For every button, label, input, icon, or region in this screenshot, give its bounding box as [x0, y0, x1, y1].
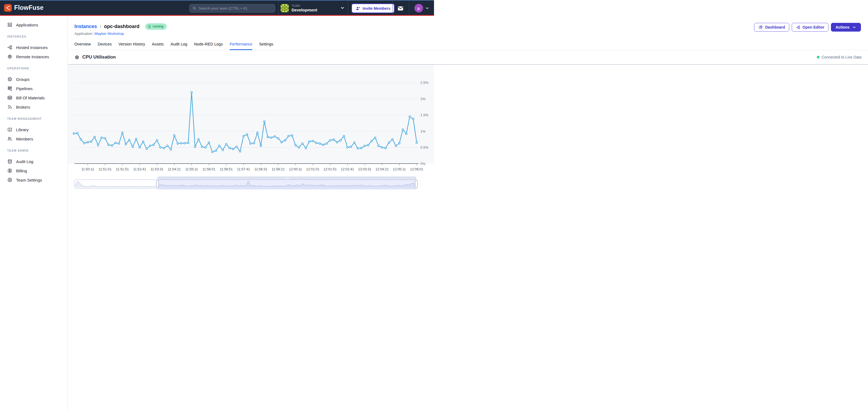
- data-point-marker: [416, 142, 417, 143]
- data-point-marker: [90, 141, 92, 142]
- data-point-marker: [412, 118, 414, 120]
- data-point-marker: [381, 147, 383, 148]
- tab-version-history[interactable]: Version History: [119, 40, 145, 50]
- chart-header: CPU Utilisation Connected to Live Data: [68, 50, 434, 65]
- data-point-marker: [392, 139, 394, 140]
- y-axis-label: 2%: [421, 97, 426, 101]
- sidebar-item-label: Applications: [16, 23, 38, 27]
- data-point-marker: [94, 136, 95, 138]
- data-point-marker: [215, 150, 217, 151]
- data-point-marker: [267, 136, 269, 138]
- sidebar-item-bill-of-materials[interactable]: Bill Of Materials: [0, 93, 68, 102]
- sidebar-item-label: Hosted Instances: [16, 45, 48, 50]
- nav-divider: [393, 1, 393, 15]
- sidebar-item-remote-instances[interactable]: Remote Instances: [0, 52, 68, 61]
- application-link[interactable]: Mayker Workshop: [95, 32, 124, 36]
- user-add-icon: [355, 6, 361, 11]
- sidebar-item-members[interactable]: Members: [0, 134, 68, 143]
- x-axis-label: 12:03:31: [358, 167, 371, 171]
- search-input[interactable]: [198, 6, 272, 10]
- data-point-marker: [187, 142, 189, 144]
- sidebar-item-applications[interactable]: Applications: [0, 20, 68, 29]
- tab-settings[interactable]: Settings: [259, 40, 273, 50]
- top-navbar: FlowFuse TEAM: Development Invite Memb: [0, 0, 434, 16]
- brush-handle-right[interactable]: [415, 180, 417, 187]
- data-point-marker: [257, 132, 258, 134]
- sidebar-item-library[interactable]: Library: [0, 125, 68, 134]
- mail-icon[interactable]: [397, 5, 404, 12]
- sidebar-item-billing[interactable]: Billing: [0, 166, 68, 175]
- tab-audit-log[interactable]: Audit Log: [170, 40, 187, 50]
- data-point-marker: [288, 135, 289, 137]
- user-menu[interactable]: jp: [414, 4, 429, 12]
- sidebar-section-instances: INSTANCES: [0, 34, 68, 39]
- data-point-marker: [374, 137, 376, 139]
- data-point-marker: [180, 142, 182, 144]
- tab-overview[interactable]: Overview: [74, 40, 91, 50]
- data-point-marker: [243, 135, 244, 137]
- team-selector[interactable]: TEAM: Development: [281, 3, 317, 13]
- sidebar-section-team-admin: TEAM ADMIN: [0, 148, 68, 153]
- data-point-marker: [222, 149, 224, 151]
- data-point-marker: [122, 132, 123, 134]
- x-axis-label: 11:51:51: [116, 167, 129, 171]
- data-point-marker: [346, 147, 348, 148]
- applications-icon: [7, 22, 12, 28]
- brush-grip-icon[interactable]: [287, 177, 287, 179]
- data-point-marker: [277, 137, 279, 139]
- play-circle-icon: [148, 25, 151, 28]
- data-point-marker: [409, 116, 410, 117]
- data-point-marker: [149, 145, 151, 147]
- y-axis-label: 2.5%: [421, 80, 429, 84]
- data-point-marker: [139, 147, 141, 148]
- sidebar-item-brokers[interactable]: Brokers: [0, 102, 68, 112]
- sidebar-item-groups[interactable]: Groups: [0, 75, 68, 84]
- x-axis-label: 11:59:21: [272, 167, 285, 171]
- data-point-marker: [236, 146, 238, 147]
- x-axis-label: 12:06:01: [410, 167, 423, 171]
- sidebar-item-pipelines[interactable]: Pipelines: [0, 84, 68, 93]
- search-icon: [192, 6, 196, 10]
- x-axis-label: 11:56:01: [203, 167, 216, 171]
- brand[interactable]: FlowFuse: [0, 4, 68, 12]
- x-axis-label: 11:51:01: [99, 167, 112, 171]
- main-content: Instances › opc-dashboard running Applic…: [68, 16, 434, 205]
- data-point-marker: [253, 142, 255, 144]
- tab-node-red-logs[interactable]: Node-RED Logs: [194, 40, 223, 50]
- data-point-marker: [405, 133, 407, 135]
- sidebar-item-label: Library: [16, 127, 29, 132]
- brush-grip-icon[interactable]: [285, 177, 286, 179]
- team-chevron-down-icon[interactable]: [340, 5, 345, 10]
- x-axis-label: 12:05:11: [393, 167, 406, 171]
- data-point-marker: [83, 142, 85, 144]
- team-search: [189, 4, 275, 12]
- application-label: Application:: [74, 32, 93, 36]
- x-axis-label: 11:58:31: [254, 167, 268, 171]
- data-point-marker: [205, 147, 206, 148]
- data-point-marker: [198, 139, 199, 140]
- data-point-marker: [194, 146, 196, 147]
- data-point-marker: [156, 139, 158, 141]
- sidebar-item-team-settings[interactable]: Team Settings: [0, 175, 68, 184]
- bill-of-materials-icon: [7, 95, 12, 100]
- tab-performance[interactable]: Performance: [230, 40, 252, 50]
- breadcrumb-instances-link[interactable]: Instances: [74, 24, 97, 29]
- data-point-marker: [104, 137, 106, 139]
- data-point-marker: [312, 140, 314, 142]
- tab-assets[interactable]: Assets: [152, 40, 164, 50]
- sidebar-item-audit-log[interactable]: Audit Log: [0, 157, 68, 166]
- data-point-marker: [284, 139, 286, 141]
- sidebar-item-hosted-instances[interactable]: Hosted Instances: [0, 43, 68, 52]
- page-header: Instances › opc-dashboard running Applic…: [68, 16, 434, 36]
- data-point-marker: [212, 151, 213, 153]
- data-point-marker: [97, 144, 99, 146]
- brush-handle-left[interactable]: [156, 180, 159, 187]
- data-point-marker: [73, 133, 75, 134]
- members-icon: [7, 136, 12, 141]
- data-point-marker: [201, 146, 203, 147]
- x-axis-label: 12:04:21: [375, 167, 389, 171]
- tab-devices[interactable]: Devices: [97, 40, 112, 50]
- data-point-marker: [232, 148, 234, 150]
- brush-grip-icon[interactable]: [288, 177, 289, 179]
- invite-members-button[interactable]: Invite Members: [351, 4, 395, 13]
